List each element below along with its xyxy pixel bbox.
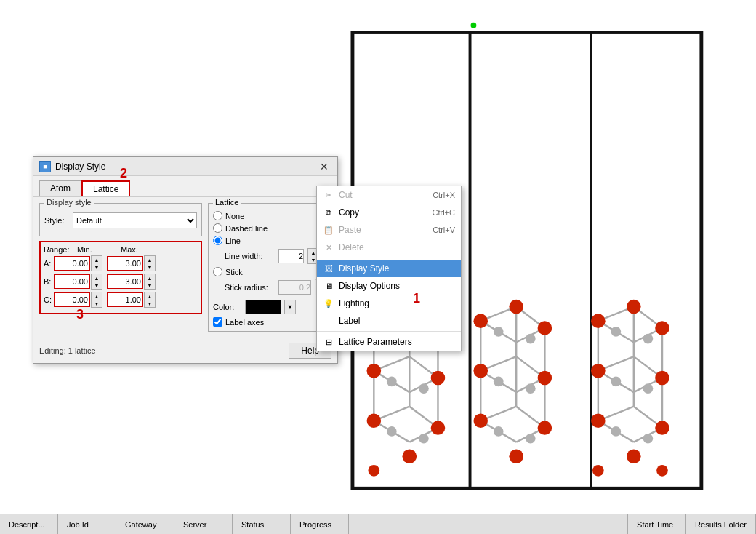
svg-point-76 — [655, 371, 669, 386]
menu-item-display-options[interactable]: 🖥 Display Options — [317, 277, 461, 295]
svg-point-70 — [473, 413, 488, 428]
b-max-spinner[interactable]: 3.00 ▲ ▼ — [107, 274, 156, 290]
a-max-up[interactable]: ▲ — [145, 256, 155, 263]
label-icon — [323, 315, 334, 327]
copy-label: Copy — [339, 207, 428, 218]
label-axes-checkbox[interactable] — [213, 317, 222, 327]
b-min-up[interactable]: ▲ — [92, 274, 102, 282]
svg-point-71 — [538, 421, 552, 435]
taskbar-status[interactable]: Status — [233, 514, 291, 534]
c-max-input[interactable]: 1.00 — [107, 292, 143, 307]
menu-item-label[interactable]: Label — [317, 312, 461, 330]
menu-item-paste[interactable]: 📋 Paste Ctrl+V — [317, 221, 461, 239]
svg-point-83 — [509, 300, 523, 314]
c-max-up[interactable]: ▲ — [145, 292, 155, 300]
taskbar: Descript... Job Id Gateway Server Status… — [0, 514, 756, 534]
taskbar-server[interactable]: Server — [174, 514, 233, 534]
context-menu: ✂ Cut Ctrl+X ⧉ Copy Ctrl+C 📋 Paste Ctrl+… — [316, 186, 462, 351]
delete-label: Delete — [339, 242, 455, 252]
a-min-spinner[interactable]: 0.00 ▲ ▼ — [54, 255, 102, 271]
line-radio[interactable] — [213, 236, 222, 245]
paste-icon: 📋 — [323, 224, 334, 236]
tab-bar: Atom Lattice — [33, 176, 337, 196]
svg-point-95 — [494, 426, 504, 437]
range-letter-b: B: — [44, 277, 52, 286]
range-letter-c: C: — [44, 295, 52, 304]
taskbar-descript[interactable]: Descript... — [0, 514, 58, 534]
svg-point-69 — [538, 371, 552, 386]
none-radio[interactable] — [213, 211, 222, 220]
stick-radius-row: Stick radius: 0.2 ▲ ▼ — [225, 279, 326, 295]
stick-radio[interactable] — [213, 267, 222, 276]
close-button[interactable]: ✕ — [317, 162, 331, 172]
taskbar-spacer — [349, 514, 628, 534]
a-max-down[interactable]: ▼ — [145, 263, 155, 271]
lattice-label: Lattice Parameters — [339, 337, 455, 347]
svg-point-67 — [538, 321, 552, 335]
c-max-down[interactable]: ▼ — [145, 300, 155, 307]
dialog-titlebar: ■ Display Style ✕ — [33, 157, 337, 176]
svg-point-87 — [387, 377, 397, 387]
a-min-down[interactable]: ▼ — [92, 263, 102, 271]
range-letter-a: A: — [44, 259, 52, 268]
menu-item-copy[interactable]: ⧉ Copy Ctrl+C — [317, 204, 461, 221]
b-min-spinner[interactable]: 0.00 ▲ ▼ — [54, 274, 102, 290]
line-width-input[interactable]: 2 — [278, 249, 304, 263]
tab-lattice[interactable]: Lattice — [81, 180, 130, 196]
taskbar-start-time[interactable]: Start Time — [628, 514, 686, 534]
label-label: Label — [339, 316, 455, 326]
b-max-up[interactable]: ▲ — [145, 274, 155, 282]
b-min-down[interactable]: ▼ — [92, 282, 102, 289]
dialog-icon: ■ — [39, 161, 51, 172]
a-min-up[interactable]: ▲ — [92, 256, 102, 263]
display-options-label: Display Options — [339, 281, 455, 291]
c-min-down[interactable]: ▼ — [92, 300, 102, 307]
menu-item-lighting[interactable]: 💡 Lighting — [317, 295, 461, 312]
c-min-spinner[interactable]: 0.00 ▲ ▼ — [54, 292, 102, 308]
svg-point-89 — [387, 426, 397, 437]
callout-3: 3 — [76, 307, 84, 322]
display-style-icon: 🖼 — [323, 263, 334, 274]
menu-item-lattice[interactable]: ⊞ Lattice Parameters — [317, 333, 461, 351]
min-label: Min. — [77, 245, 121, 254]
b-min-input[interactable]: 0.00 — [54, 274, 90, 289]
c-max-spinner[interactable]: 1.00 ▲ ▼ — [107, 292, 156, 308]
paste-shortcut: Ctrl+V — [433, 226, 455, 234]
c-min-input[interactable]: 0.00 — [54, 292, 90, 307]
a-max-spinner[interactable]: 3.00 ▲ ▼ — [107, 255, 156, 271]
editing-text: Editing: 1 lattice — [39, 346, 96, 355]
b-max-down[interactable]: ▼ — [145, 282, 155, 289]
display-options-icon: 🖥 — [323, 280, 334, 292]
menu-item-cut[interactable]: ✂ Cut Ctrl+X — [317, 186, 461, 204]
dashed-radio[interactable] — [213, 223, 222, 233]
scissors-icon: ✂ — [323, 189, 334, 201]
a-max-input[interactable]: 3.00 — [107, 256, 143, 271]
c-min-up[interactable]: ▲ — [92, 292, 102, 300]
dialog-footer: Editing: 1 lattice Help — [33, 338, 337, 363]
svg-point-64 — [403, 449, 417, 463]
taskbar-progress[interactable]: Progress — [291, 514, 349, 534]
stick-radius-input[interactable]: 0.2 — [278, 280, 311, 295]
menu-item-delete[interactable]: ✕ Delete — [317, 239, 461, 256]
color-dropdown-btn[interactable]: ▼ — [284, 300, 296, 314]
callout-1: 1 — [413, 291, 420, 306]
max-label: Max. — [121, 245, 164, 254]
tab-atom[interactable]: Atom — [39, 180, 81, 196]
svg-point-88 — [419, 383, 429, 394]
style-select[interactable]: Default — [73, 212, 197, 228]
svg-point-93 — [494, 377, 504, 387]
range-table: Range: Min. Max. A: 0.00 ▲ ▼ — [39, 241, 202, 314]
lattice-icon: ⊞ — [323, 336, 334, 348]
taskbar-results[interactable]: Results Folder — [686, 514, 756, 534]
menu-item-display-style[interactable]: 🖼 Display Style — [317, 260, 461, 277]
color-swatch[interactable] — [245, 300, 281, 314]
b-max-input[interactable]: 3.00 — [107, 274, 143, 289]
lattice-group-title: Lattice — [213, 198, 241, 207]
a-min-input[interactable]: 0.00 — [54, 256, 90, 271]
none-radio-row: None — [213, 211, 326, 220]
line-width-row: Line width: 2 ▲ ▼ — [225, 248, 326, 264]
dashed-label: Dashed line — [225, 224, 268, 233]
taskbar-job-id[interactable]: Job Id — [58, 514, 116, 534]
taskbar-gateway[interactable]: Gateway — [116, 514, 174, 534]
lighting-label: Lighting — [339, 298, 455, 308]
